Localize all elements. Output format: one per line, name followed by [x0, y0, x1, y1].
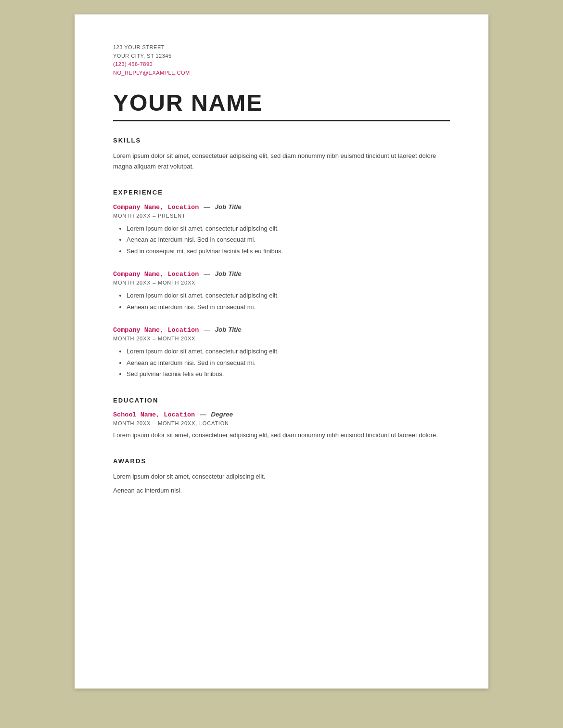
- edu-text-1: Lorem ipsum dolor sit amet, consectetuer…: [113, 430, 450, 440]
- edu-degree-1: Degree: [211, 411, 233, 418]
- job-entry-1: Company Name, Location — Job Title MONTH…: [113, 203, 450, 256]
- skills-title: SKILLS: [113, 137, 450, 144]
- name-divider: [113, 120, 450, 121]
- awards-line-2: Aenean ac interdum nisi.: [113, 485, 450, 495]
- job-bullet-3-1: Lorem ipsum dolor sit amet, consectetur …: [127, 346, 450, 356]
- job-bullet-2-1: Lorem ipsum dolor sit amet, consectetur …: [127, 290, 450, 300]
- job-dates-2: MONTH 20XX – MONTH 20XX: [113, 280, 450, 286]
- contact-phone: (123) 456-7890: [113, 60, 450, 69]
- job-company-3: Company Name, Location: [113, 326, 199, 334]
- job-bullets-3: Lorem ipsum dolor sit amet, consectetur …: [113, 346, 450, 379]
- awards-title: AWARDS: [113, 457, 450, 465]
- edu-entry-1: School Name, Location — Degree MONTH 20X…: [113, 411, 450, 440]
- job-entry-2: Company Name, Location — Job Title MONTH…: [113, 270, 450, 312]
- job-title-3: Job Title: [215, 326, 242, 333]
- job-bullets-1: Lorem ipsum dolor sit amet, consectetur …: [113, 223, 450, 256]
- education-title: EDUCATION: [113, 397, 450, 404]
- job-entry-3: Company Name, Location — Job Title MONTH…: [113, 325, 450, 379]
- contact-email: NO_REPLY@EXAMPLE.COM: [113, 69, 450, 78]
- job-bullet-3-3: Sed pulvinar lacinia felis eu finibus.: [127, 369, 450, 379]
- edu-header-1: School Name, Location — Degree: [113, 411, 450, 418]
- skills-section: SKILLS Lorem ipsum dolor sit amet, conse…: [113, 137, 450, 171]
- job-dates-1: MONTH 20XX – PRESENT: [113, 213, 450, 219]
- contact-block: 123 YOUR STREET YOUR CITY, ST 12345 (123…: [113, 43, 450, 77]
- job-sep-1: —: [204, 203, 210, 210]
- resume-name: YOUR NAME: [113, 91, 450, 116]
- resume-page: 123 YOUR STREET YOUR CITY, ST 12345 (123…: [75, 14, 488, 689]
- job-bullet-1-3: Sed in consequat mi, sed pulvinar lacini…: [127, 246, 450, 256]
- experience-section: EXPERIENCE Company Name, Location — Job …: [113, 189, 450, 379]
- job-dates-3: MONTH 20XX – MONTH 20XX: [113, 336, 450, 341]
- job-sep-2: —: [204, 270, 210, 277]
- job-header-3: Company Name, Location — Job Title: [113, 325, 450, 334]
- name-block: YOUR NAME: [113, 91, 450, 116]
- education-section: EDUCATION School Name, Location — Degree…: [113, 397, 450, 440]
- job-header-2: Company Name, Location — Job Title: [113, 270, 450, 278]
- job-title-2: Job Title: [215, 270, 242, 277]
- job-bullet-3-2: Aenean ac interdum nisi. Sed in consequa…: [127, 358, 450, 368]
- awards-line-1: Lorem ipsum dolor sit amet, consectetur …: [113, 471, 450, 481]
- job-bullets-2: Lorem ipsum dolor sit amet, consectetur …: [113, 290, 450, 312]
- edu-dates-1: MONTH 20XX – MONTH 20XX, LOCATION: [113, 420, 450, 426]
- job-header-1: Company Name, Location — Job Title: [113, 203, 450, 211]
- job-sep-3: —: [204, 326, 210, 333]
- skills-text: Lorem ipsum dolor sit amet, consectetuer…: [113, 151, 450, 171]
- job-company-2: Company Name, Location: [113, 271, 199, 278]
- edu-sep-1: —: [200, 411, 206, 418]
- job-company-1: Company Name, Location: [113, 204, 199, 211]
- job-bullet-1-2: Aenean ac interdum nisi. Sed in consequa…: [127, 234, 450, 245]
- contact-city: YOUR CITY, ST 12345: [113, 52, 450, 61]
- job-bullet-2-2: Aenean ac interdum nisi. Sed in consequa…: [127, 302, 450, 312]
- contact-street: 123 YOUR STREET: [113, 43, 450, 52]
- experience-title: EXPERIENCE: [113, 189, 450, 196]
- awards-section: AWARDS Lorem ipsum dolor sit amet, conse…: [113, 457, 450, 496]
- job-title-1: Job Title: [215, 203, 242, 210]
- edu-school-1: School Name, Location: [113, 411, 195, 418]
- job-bullet-1-1: Lorem ipsum dolor sit amet, consectetur …: [127, 223, 450, 234]
